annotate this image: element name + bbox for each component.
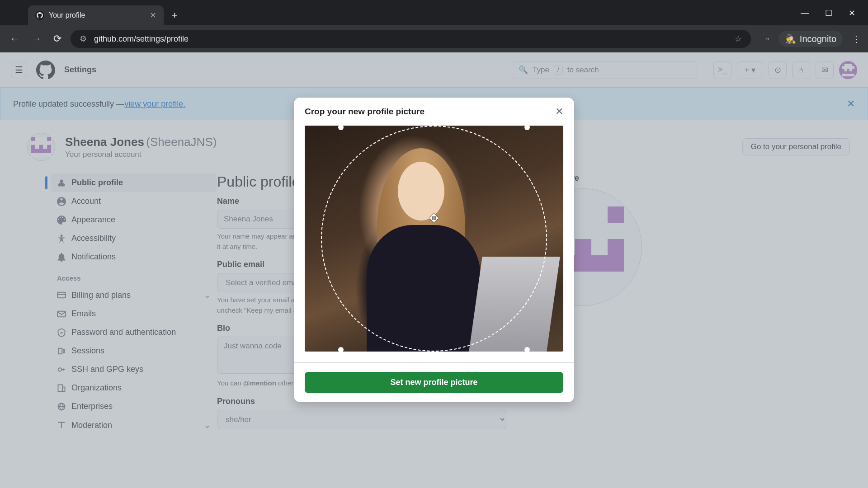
crop-handle-bl[interactable]	[338, 347, 344, 352]
url-text: github.com/settings/profile	[94, 34, 189, 44]
browser-menu-icon[interactable]: ⋮	[852, 33, 861, 44]
browser-tab[interactable]: Your profile ✕	[28, 5, 164, 25]
crop-circle[interactable]	[321, 126, 547, 352]
tab-title: Your profile	[49, 11, 85, 19]
incognito-badge[interactable]: 🕵 Incognito	[778, 31, 843, 47]
browser-right-controls: ▫ 🕵 Incognito ⋮	[757, 31, 861, 47]
modal-title: Crop your new profile picture	[305, 107, 425, 117]
github-favicon	[35, 11, 44, 20]
modal-header: Crop your new profile picture ✕	[294, 98, 574, 126]
close-tab-icon[interactable]: ✕	[150, 10, 156, 20]
bookmark-icon[interactable]: ☆	[735, 34, 742, 44]
incognito-label: Incognito	[800, 34, 836, 44]
modal-footer: Set new profile picture	[294, 362, 574, 402]
incognito-icon: 🕵	[785, 33, 796, 44]
window-controls: — ☐ ✕	[788, 0, 868, 26]
set-profile-picture-button[interactable]: Set new profile picture	[305, 372, 563, 393]
minimize-icon[interactable]: —	[801, 8, 809, 18]
extensions-icon[interactable]: ▫	[766, 34, 769, 44]
close-window-icon[interactable]: ✕	[849, 8, 855, 18]
maximize-icon[interactable]: ☐	[825, 8, 832, 18]
url-bar[interactable]: ⚙ github.com/settings/profile ☆	[71, 30, 751, 48]
modal-body: ✥	[294, 126, 574, 362]
back-button[interactable]: ←	[7, 31, 23, 47]
browser-chrome: Your profile ✕ + — ☐ ✕ ← → ⟳ ⚙ github.co…	[0, 0, 868, 52]
forward-button[interactable]: →	[29, 31, 44, 47]
new-tab-button[interactable]: +	[164, 5, 186, 25]
crop-modal: Crop your new profile picture ✕ ✥ Set n	[294, 98, 574, 402]
modal-overlay[interactable]: Crop your new profile picture ✕ ✥ Set n	[0, 52, 868, 488]
site-settings-icon[interactable]: ⚙	[80, 34, 87, 44]
address-bar: ← → ⟳ ⚙ github.com/settings/profile ☆ ▫ …	[0, 25, 868, 52]
tab-bar: Your profile ✕ + — ☐ ✕	[0, 0, 868, 25]
modal-close-button[interactable]: ✕	[555, 106, 563, 117]
crop-area[interactable]: ✥	[305, 126, 563, 352]
move-cursor-icon: ✥	[429, 211, 439, 225]
reload-button[interactable]: ⟳	[51, 31, 64, 47]
crop-handle-br[interactable]	[524, 347, 530, 352]
